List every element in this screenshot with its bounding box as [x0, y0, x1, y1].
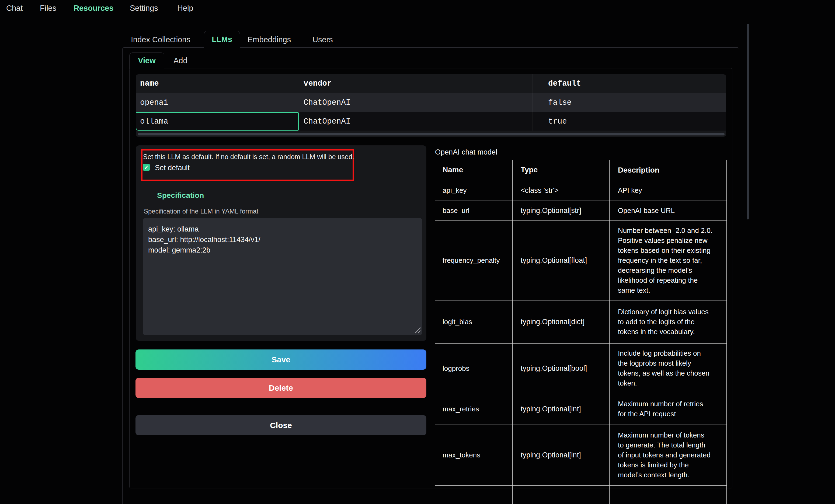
specification-editor: api_key: ollama base_url: http://localho…	[143, 218, 422, 335]
table-row: frequency_penalty typing.Optional[float]…	[435, 221, 727, 300]
llm-cell-name: openai	[136, 93, 299, 112]
llm-table-header-vendor: vendor	[299, 74, 533, 93]
param-name: max_tokens	[435, 425, 513, 486]
textarea-resize-handle-icon[interactable]	[414, 328, 421, 333]
page-vertical-scrollbar[interactable]	[747, 24, 749, 219]
table-row: max_tokens typing.Optional[int] Maximum …	[435, 425, 727, 486]
param-description: Number between -2.0 and 2.0. Positive va…	[610, 221, 727, 300]
param-type: typing.Optional[str]	[513, 201, 610, 221]
model-info-header-type: Type	[513, 160, 610, 180]
param-type: typing.Optional[int]	[513, 393, 610, 425]
default-note: Set this LLM as default. If no default i…	[143, 153, 354, 161]
llm-cell-name-selected: ollama	[136, 112, 299, 131]
llm-table-header-row: name vendor default	[136, 74, 726, 93]
param-type: <class 'str'>	[513, 180, 610, 201]
nav-item-help[interactable]: Help	[177, 4, 194, 13]
llm-table: name vendor default openai ChatOpenAI fa…	[136, 74, 726, 137]
model-info-title: OpenAI chat model	[435, 148, 497, 156]
llm-cell-default: false	[533, 93, 726, 112]
set-default-label: Set default	[155, 164, 190, 172]
param-description: Include log probabilities on the logprob…	[610, 343, 727, 393]
param-name: logprobs	[435, 343, 513, 393]
llm-cell-vendor: ChatOpenAI	[299, 93, 533, 112]
param-type: typing.Optional[bool]	[513, 343, 610, 393]
param-description: Maximum number of tokens to generate. Th…	[610, 425, 727, 486]
model-info-header-name: Name	[435, 160, 513, 180]
model-info-header-description: Description	[610, 160, 727, 180]
llm-cell-vendor: ChatOpenAI	[299, 112, 533, 131]
table-row-partial	[435, 486, 727, 504]
tab-llms-label: LLMs	[212, 35, 232, 44]
specification-heading: Specification	[157, 191, 204, 200]
param-description: OpenAI base URL	[610, 201, 727, 221]
nav-item-files[interactable]: Files	[40, 4, 56, 13]
table-row: max_retries typing.Optional[int] Maximum…	[435, 393, 727, 425]
llm-table-row-openai[interactable]: openai ChatOpenAI false	[136, 93, 726, 112]
default-highlight-box: Set this LLM as default. If no default i…	[141, 149, 354, 181]
table-row: logit_bias typing.Optional[dict] Diction…	[435, 300, 727, 343]
param-description: API key	[610, 180, 727, 201]
selected-llm-name: ollama	[140, 117, 168, 126]
close-button[interactable]: Close	[136, 415, 426, 435]
save-button[interactable]: Save	[136, 350, 426, 370]
model-info-table: Name Type Description api_key <class 'st…	[435, 160, 727, 504]
param-type: typing.Optional[float]	[513, 221, 610, 300]
delete-button[interactable]: Delete	[136, 378, 426, 398]
resources-page: Chat Files Resources Settings Help Index…	[0, 0, 835, 504]
param-type: typing.Optional[dict]	[513, 300, 610, 343]
tab-users[interactable]: Users	[312, 35, 333, 44]
table-row: logprobs typing.Optional[bool] Include l…	[435, 343, 727, 393]
tab-embeddings[interactable]: Embeddings	[247, 35, 291, 44]
nav-item-settings[interactable]: Settings	[130, 4, 158, 13]
tab-llms[interactable]: LLMs	[204, 31, 240, 48]
specification-textarea[interactable]: api_key: ollama base_url: http://localho…	[143, 218, 422, 335]
llm-table-header-name: name	[136, 74, 299, 93]
nav-item-resources[interactable]: Resources	[74, 4, 114, 13]
subtab-view-label: View	[138, 56, 156, 65]
subtab-add[interactable]: Add	[174, 56, 187, 65]
llm-table-header-default: default	[533, 74, 726, 93]
llm-cell-default: true	[533, 112, 726, 131]
set-default-checkbox[interactable]: ✓	[143, 164, 150, 171]
param-name: api_key	[435, 180, 513, 201]
llm-table-horizontal-scrollbar[interactable]	[138, 133, 725, 135]
param-name: frequency_penalty	[435, 221, 513, 300]
param-description: Dictionary of logit bias values to add t…	[610, 300, 727, 343]
llm-table-row-ollama[interactable]: ollama ChatOpenAI true	[136, 112, 726, 131]
param-type: typing.Optional[int]	[513, 425, 610, 486]
param-name: max_retries	[435, 393, 513, 425]
specification-sublabel: Specification of the LLM in YAML format	[144, 208, 258, 215]
subtab-view[interactable]: View	[129, 52, 164, 69]
table-row: api_key <class 'str'> API key	[435, 180, 727, 201]
checkmark-icon: ✓	[144, 165, 149, 170]
tab-index-collections[interactable]: Index Collections	[131, 35, 190, 44]
nav-item-chat[interactable]: Chat	[6, 4, 23, 13]
param-name: logit_bias	[435, 300, 513, 343]
param-name: base_url	[435, 201, 513, 221]
table-row: base_url typing.Optional[str] OpenAI bas…	[435, 201, 727, 221]
param-description: Maximum number of retries for the API re…	[610, 393, 727, 425]
model-info-header-row: Name Type Description	[435, 160, 727, 180]
llm-detail-card: Set this LLM as default. If no default i…	[136, 145, 426, 341]
